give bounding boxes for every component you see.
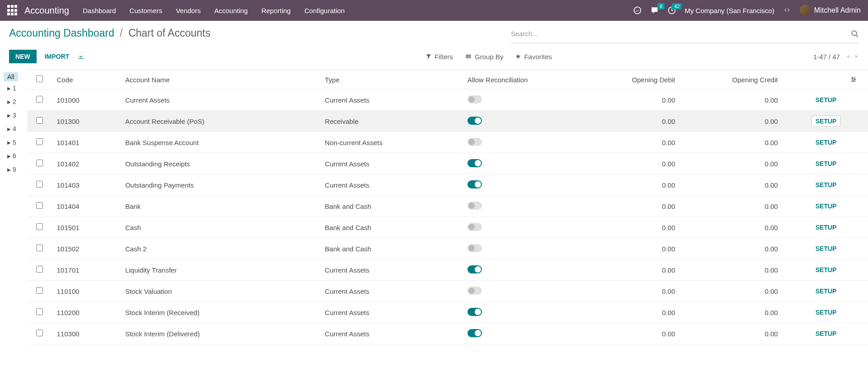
row-checkbox[interactable] — [36, 138, 43, 145]
cell-type[interactable]: Bank and Cash — [321, 238, 463, 259]
nav-reporting[interactable]: Reporting — [261, 7, 291, 14]
table-row[interactable]: 101401Bank Suspense AccountNon-current A… — [27, 132, 868, 153]
setup-button[interactable]: SETUP — [811, 179, 841, 190]
cell-code[interactable]: 101000 — [52, 90, 121, 111]
table-row[interactable]: 101300Account Receivable (PoS)Receivable… — [27, 111, 868, 132]
reconciliation-toggle[interactable] — [467, 95, 482, 104]
cell-credit[interactable]: 0.00 — [680, 323, 783, 344]
cell-code[interactable]: 101701 — [52, 259, 121, 281]
cell-name[interactable]: Bank — [121, 196, 321, 217]
cell-credit[interactable]: 0.00 — [680, 90, 783, 111]
row-checkbox[interactable] — [36, 202, 43, 209]
cell-type[interactable]: Current Assets — [321, 281, 463, 302]
cell-type[interactable]: Bank and Cash — [321, 217, 463, 238]
cell-type[interactable]: Receivable — [321, 111, 463, 132]
setup-button[interactable]: SETUP — [811, 328, 841, 339]
reconciliation-toggle[interactable] — [467, 329, 482, 337]
nav-customers[interactable]: Customers — [129, 7, 162, 14]
reconciliation-toggle[interactable] — [467, 159, 482, 167]
download-icon[interactable] — [77, 53, 85, 60]
row-checkbox[interactable] — [36, 266, 43, 273]
apps-icon[interactable] — [7, 5, 18, 16]
groupby-button[interactable]: Group By — [465, 53, 503, 61]
cell-name[interactable]: Stock Interim (Received) — [121, 302, 321, 323]
cell-type[interactable]: Current Assets — [321, 153, 463, 174]
row-checkbox[interactable] — [36, 96, 43, 103]
row-checkbox[interactable] — [36, 117, 43, 124]
breadcrumb-parent[interactable]: Accounting Dashboard — [9, 27, 114, 39]
reconciliation-toggle[interactable] — [467, 308, 482, 316]
cell-code[interactable]: 101300 — [52, 111, 121, 132]
table-row[interactable]: 101000Current AssetsCurrent Assets0.000.… — [27, 90, 868, 111]
cell-debit[interactable]: 0.00 — [577, 196, 679, 217]
pager-next[interactable] — [854, 53, 859, 60]
favorites-button[interactable]: Favorites — [515, 53, 552, 61]
row-checkbox[interactable] — [36, 223, 43, 230]
cell-name[interactable]: Cash 2 — [121, 238, 321, 259]
nav-accounting[interactable]: Accounting — [214, 7, 248, 14]
cell-debit[interactable]: 0.00 — [577, 153, 679, 174]
company-selector[interactable]: My Company (San Francisco) — [684, 7, 774, 14]
table-row[interactable]: 101404BankBank and Cash0.000.00SETUP — [27, 196, 868, 217]
table-row[interactable]: 101502Cash 2Bank and Cash0.000.00SETUP — [27, 238, 868, 259]
cell-code[interactable]: 101402 — [52, 153, 121, 174]
debug-icon[interactable] — [783, 6, 792, 15]
sidebar-item-9[interactable]: ▶9 — [4, 163, 24, 176]
header-credit[interactable]: Opening Credit — [680, 70, 783, 90]
row-checkbox[interactable] — [36, 287, 43, 294]
cell-code[interactable]: 101501 — [52, 217, 121, 238]
cell-code[interactable]: 110100 — [52, 281, 121, 302]
cell-name[interactable]: Current Assets — [121, 90, 321, 111]
import-button[interactable]: IMPORT — [45, 53, 69, 60]
select-all-checkbox[interactable] — [36, 75, 43, 82]
support-icon[interactable] — [633, 6, 642, 15]
cell-name[interactable]: Stock Valuation — [121, 281, 321, 302]
cell-debit[interactable]: 0.00 — [577, 259, 679, 281]
table-row[interactable]: 101402Outstanding ReceiptsCurrent Assets… — [27, 153, 868, 174]
new-button[interactable]: NEW — [9, 50, 37, 63]
setup-button[interactable]: SETUP — [811, 243, 841, 254]
nav-vendors[interactable]: Vendors — [176, 7, 201, 14]
cell-debit[interactable]: 0.00 — [577, 323, 679, 344]
cell-code[interactable]: 110200 — [52, 302, 121, 323]
sidebar-item-5[interactable]: ▶5 — [4, 136, 24, 149]
setup-button[interactable]: SETUP — [811, 137, 841, 148]
sidebar-item-4[interactable]: ▶4 — [4, 122, 24, 136]
row-checkbox[interactable] — [36, 245, 43, 251]
setup-button[interactable]: SETUP — [811, 94, 841, 105]
cell-credit[interactable]: 0.00 — [680, 132, 783, 153]
pager-range[interactable]: 1-47 / 47 — [813, 53, 840, 61]
activities-icon[interactable]: 42 — [667, 6, 676, 15]
cell-name[interactable]: Stock Interim (Delivered) — [121, 323, 321, 344]
reconciliation-toggle[interactable] — [467, 287, 482, 295]
header-debit[interactable]: Opening Debit — [577, 70, 679, 90]
reconciliation-toggle[interactable] — [467, 202, 482, 210]
header-reconciliation[interactable]: Allow Reconciliation — [463, 70, 577, 90]
setup-button[interactable]: SETUP — [811, 222, 841, 233]
row-checkbox[interactable] — [36, 181, 43, 188]
table-row[interactable]: 110300Stock Interim (Delivered)Current A… — [27, 323, 868, 344]
search-input[interactable] — [511, 27, 851, 40]
app-brand[interactable]: Accounting — [24, 5, 69, 16]
cell-name[interactable]: Outstanding Receipts — [121, 153, 321, 174]
cell-debit[interactable]: 0.00 — [577, 302, 679, 323]
header-settings[interactable] — [845, 70, 868, 90]
cell-credit[interactable]: 0.00 — [680, 174, 783, 196]
cell-credit[interactable]: 0.00 — [680, 153, 783, 174]
cell-name[interactable]: Account Receivable (PoS) — [121, 111, 321, 132]
user-menu[interactable]: Mitchell Admin — [800, 5, 861, 16]
cell-debit[interactable]: 0.00 — [577, 238, 679, 259]
pager-prev[interactable] — [845, 53, 851, 60]
table-row[interactable]: 110200Stock Interim (Received)Current As… — [27, 302, 868, 323]
header-code[interactable]: Code — [52, 70, 121, 90]
cell-credit[interactable]: 0.00 — [680, 238, 783, 259]
cell-credit[interactable]: 0.00 — [680, 196, 783, 217]
cell-debit[interactable]: 0.00 — [577, 217, 679, 238]
header-name[interactable]: Account Name — [121, 70, 321, 90]
cell-type[interactable]: Current Assets — [321, 302, 463, 323]
reconciliation-toggle[interactable] — [467, 138, 482, 146]
header-type[interactable]: Type — [321, 70, 463, 90]
messages-icon[interactable]: 8 — [650, 6, 659, 15]
cell-name[interactable]: Cash — [121, 217, 321, 238]
cell-name[interactable]: Bank Suspense Account — [121, 132, 321, 153]
